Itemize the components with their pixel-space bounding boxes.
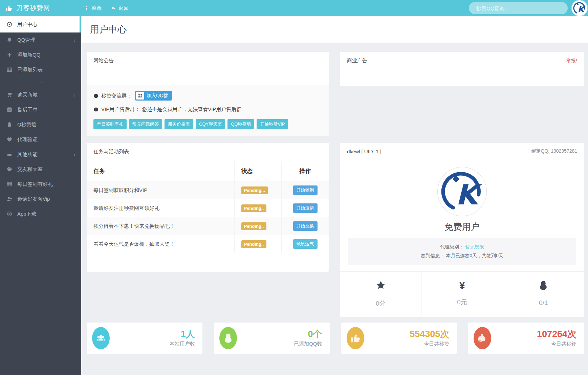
announcement-body xyxy=(87,70,329,85)
ad-body xyxy=(340,70,584,86)
user-level: 免费用户 xyxy=(340,221,584,233)
start-exchange-button[interactable]: 开始兑换 xyxy=(293,221,318,231)
status-badge: Pending... xyxy=(241,186,268,194)
site-logo xyxy=(572,0,587,16)
join-qq-group-button[interactable]: 加入QQ群 xyxy=(135,91,172,101)
profile-card: dkewl [ UID: 1 ] 绑定QQ: 1302357281 免费用户 代… xyxy=(340,143,584,317)
sidebar-item-add-qq[interactable]: 添加新QQ xyxy=(0,47,81,62)
qq-icon xyxy=(538,280,548,290)
qq-icon xyxy=(219,327,237,349)
site-users-value: 1人 xyxy=(170,329,195,339)
group-info-line: 秒赞交流群： 加入QQ群 xyxy=(93,91,322,101)
today-comments-value: 107264次 xyxy=(537,329,576,339)
bound-qq: 绑定QQ: 1302357281 xyxy=(531,148,577,154)
signin-info-label: 签到信息： xyxy=(421,253,444,258)
quick-link-price[interactable]: 服务价格表 xyxy=(165,119,193,129)
sidebar-item-shop[interactable]: 购买商城 ‹ xyxy=(0,87,81,102)
back-button[interactable]: 返回 xyxy=(111,5,129,12)
dk-logo-icon xyxy=(440,169,484,214)
table-icon xyxy=(7,67,12,72)
username: dkewl [ UID: 1 ] xyxy=(347,149,382,154)
quick-link-chatroom[interactable]: CQY聊天室 xyxy=(196,119,225,129)
chevron-left-icon: ‹ xyxy=(73,37,75,43)
sidebar-item-other-functions[interactable]: 其他功能 ‹ xyxy=(0,147,81,162)
bound-qq-value: 1302357281 xyxy=(551,148,577,154)
site-users-card: 1人 本站用户数 xyxy=(87,323,202,354)
points-stat: 0分 xyxy=(340,272,421,317)
sidebar-item-app-download[interactable]: App下载 xyxy=(0,206,81,221)
ad-header: 商业广告 举报! xyxy=(340,52,584,70)
balance-value: 0元 xyxy=(421,298,502,307)
chevron-left-icon: ‹ xyxy=(73,152,75,157)
list-icon xyxy=(7,152,12,157)
cart-icon xyxy=(7,92,12,97)
sidebar-item-q-wall[interactable]: Q秒赞墙 xyxy=(0,117,81,132)
share-icon xyxy=(7,211,12,217)
comment-icon xyxy=(7,167,12,172)
sidebar-item-qq-manage[interactable]: QQ管理 ‹ xyxy=(0,32,81,47)
sidebar-item-label: 每日签到有好礼 xyxy=(17,181,53,188)
quick-link-faq[interactable]: 常见问题解答 xyxy=(129,119,162,129)
added-qq-card: 0个 已添加QQ数 xyxy=(214,323,330,354)
quick-link-open-vip[interactable]: 开通秒赞VIP xyxy=(257,119,288,129)
sidebar-item-label: 售后工单 xyxy=(17,107,38,113)
sidebar-item-label: 邀请好友领Vip xyxy=(17,196,50,202)
sidebar-item-daily-signin[interactable]: 每日签到有好礼 xyxy=(0,177,81,192)
signin-info-value: 本月已连签0天，共签到0天 xyxy=(446,253,503,258)
profile-stats: 0分 ¥ 0元 0/1 xyxy=(340,271,584,317)
menu-button[interactable]: 菜单 xyxy=(84,5,102,12)
menu-label: 菜单 xyxy=(91,5,102,12)
qq-count-stat: 0/1 xyxy=(503,272,584,317)
agent-level-line: 代理级别： 暂无权限 xyxy=(352,243,572,251)
signin-info-line: 签到信息： 本月已连签0天，共签到0天 xyxy=(352,251,572,260)
brand-name: 刀客秒赞网 xyxy=(16,4,50,13)
page-title-bar: 用户中心 xyxy=(81,16,588,43)
task-name: 邀请好友注册秒赞网互领好礼 xyxy=(87,199,234,217)
star-icon xyxy=(376,280,386,290)
quick-link-daily-sign[interactable]: 每日签到有礼 xyxy=(93,119,127,129)
chevron-left-icon: ‹ xyxy=(73,92,75,98)
reply-arrow-icon xyxy=(111,6,116,11)
sidebar-item-chatroom[interactable]: 交友聊天室 xyxy=(0,162,81,177)
report-link[interactable]: 举报! xyxy=(566,58,577,64)
sidebar-item-label: 已添加列表 xyxy=(17,67,43,73)
sidebar-item-label: 购买商城 xyxy=(17,92,38,98)
sidebar-item-user-center[interactable]: 用户中心 xyxy=(0,16,81,32)
sidebar: 用户中心 QQ管理 ‹ 添加新QQ 已添加列表 ··· 购买商城 ‹ 售后工单 … xyxy=(0,16,81,375)
table-row: 邀请好友注册秒赞网互领好礼 Pending.. 开始邀请 xyxy=(87,199,329,217)
status-badge: Pending.. xyxy=(241,204,267,212)
sidebar-item-agent-verify[interactable]: 代理验证 xyxy=(0,132,81,147)
sidebar-item-label: 交友聊天室 xyxy=(17,166,43,173)
no-permission-link[interactable]: 暂无权限 xyxy=(465,244,484,249)
plus-icon xyxy=(7,52,12,58)
status-badge: Pending.. xyxy=(241,240,267,248)
quick-link-qq-wall[interactable]: QQ秒赞墙 xyxy=(227,119,254,129)
column-status: 状态 xyxy=(234,161,281,181)
today-likes-value: 554305次 xyxy=(410,329,449,339)
try-luck-button[interactable]: 试试运气 xyxy=(293,239,318,249)
start-signin-button[interactable]: 开始签到 xyxy=(293,185,318,195)
thumbs-up-icon xyxy=(347,327,364,349)
users-icon xyxy=(92,327,110,349)
table-row: 看看今天运气是否爆棚，抽取大奖！ Pending.. 试试运气 xyxy=(87,235,329,253)
top-nav: 菜单 返回 xyxy=(84,5,129,12)
qq-search-input[interactable] xyxy=(469,2,568,14)
yen-icon: ¥ xyxy=(459,280,465,290)
top-header: 刀客秒赞网 菜单 返回 xyxy=(0,0,588,16)
profile-header: dkewl [ UID: 1 ] 绑定QQ: 1302357281 xyxy=(340,143,584,160)
qq-icon xyxy=(7,122,12,127)
info-icon xyxy=(93,107,99,112)
sidebar-item-aftersale[interactable]: 售后工单 xyxy=(0,102,81,117)
join-qq-group-label: 加入QQ群 xyxy=(147,93,168,99)
sidebar-item-added-list[interactable]: 已添加列表 xyxy=(0,62,81,77)
avatar xyxy=(437,167,487,216)
start-invite-button[interactable]: 开始邀请 xyxy=(293,203,318,213)
sidebar-item-invite-vip[interactable]: 邀请好友领Vip xyxy=(0,192,81,206)
agent-level-label: 代理级别： xyxy=(440,244,464,249)
table-row: 积分留着不下崽！快来兑换物品吧！ Pending.. 开始兑换 xyxy=(87,217,329,235)
added-qq-label: 已添加QQ数 xyxy=(294,341,322,347)
vip-info-line: VIP用户售后群： 您还不是会员用户，无法查看VIP用户售后群 xyxy=(93,106,322,113)
rebel-icon xyxy=(474,327,491,349)
announcement-title: 网站公告 xyxy=(93,58,114,64)
agent-info-box: 代理级别： 暂无权限 签到信息： 本月已连签0天，共签到0天 xyxy=(348,238,576,265)
